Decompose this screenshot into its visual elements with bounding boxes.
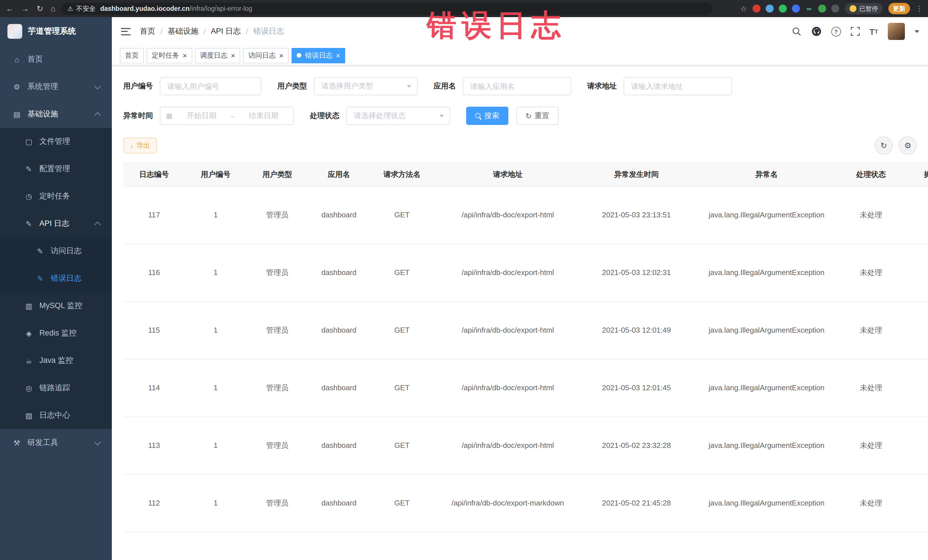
sidebar-item-tracing[interactable]: ◎链路追踪 xyxy=(0,374,112,402)
row-action-detail[interactable]: ⊙详细 xyxy=(903,483,928,496)
update-button[interactable]: 更新 xyxy=(888,3,910,14)
cell-url: /api/infra/db-doc/export-html xyxy=(434,302,582,359)
row-action-ignored[interactable]: ✓已忽略 xyxy=(903,222,928,236)
fullscreen-icon[interactable] xyxy=(850,27,859,36)
tag-item[interactable]: 调度日志× xyxy=(195,48,240,63)
sidebar-item-label: 首页 xyxy=(27,54,43,64)
sidebar-item-scheduled-tasks[interactable]: ◷定时任务 xyxy=(0,183,112,210)
profile-avatar-icon xyxy=(850,5,856,12)
tag-item[interactable]: 错误日志× xyxy=(292,48,345,63)
row-action-ignored[interactable]: ✓已忽略 xyxy=(903,279,928,293)
cell-user-id: 1 xyxy=(185,417,246,475)
user-id-input[interactable] xyxy=(160,77,261,95)
export-button[interactable]: ↓ 导出 xyxy=(123,137,157,154)
table-toolbar: ↓ 导出 ↻ ⚙ xyxy=(123,136,917,155)
address-bar[interactable]: ⚠ 不安全 dashboard.yudao.iocoder.cn/infra/l… xyxy=(61,3,713,15)
date-range-picker[interactable]: ▦ 开始日期 – 结束日期 xyxy=(160,107,294,125)
app-logo[interactable]: 芋道管理系统 xyxy=(0,17,112,46)
search-button[interactable]: 搜索 xyxy=(466,107,508,125)
row-action-detail[interactable]: ⊙详细 xyxy=(903,252,928,266)
home-icon[interactable]: ⌂ xyxy=(50,4,55,13)
row-action-processed[interactable]: ✓已处理 xyxy=(903,323,928,337)
extension-blue-drop[interactable] xyxy=(766,5,774,12)
row-action-processed[interactable]: ✓已处理 xyxy=(903,439,928,452)
cell-user-id: 1 xyxy=(185,302,246,359)
security-chip[interactable]: ⚠ 不安全 xyxy=(67,4,96,13)
column-settings-button[interactable]: ⚙ xyxy=(899,136,917,155)
app-name-input[interactable] xyxy=(463,77,571,95)
app-name-label: 应用名 xyxy=(433,81,456,91)
extension-green-circle[interactable] xyxy=(779,5,787,12)
row-action-detail[interactable]: ⊙详细 xyxy=(903,195,928,208)
font-size-icon[interactable]: TT xyxy=(869,26,878,36)
sidebar-item-label: API 日志 xyxy=(40,218,69,229)
browser-menu-icon[interactable]: ⋮ xyxy=(916,5,923,12)
reload-icon[interactable]: ↻ xyxy=(37,4,43,13)
row-action-detail[interactable]: ⊙详细 xyxy=(903,425,928,439)
breadcrumb-item: 错误日志 xyxy=(253,26,284,37)
extension-dark-paw[interactable] xyxy=(831,5,839,12)
avatar[interactable] xyxy=(888,23,905,40)
sidebar-menu: ⌂首页⚙系统管理▤基础设施▢文件管理✎配置管理◷定时任务✎API 日志✎访问日志… xyxy=(0,46,112,456)
cell-status: 未处理 xyxy=(841,359,901,417)
row-action-processed[interactable]: ✓已处理 xyxy=(903,381,928,395)
sidebar-item-home[interactable]: ⌂首页 xyxy=(0,46,112,73)
back-icon[interactable]: ← xyxy=(6,4,14,13)
forward-icon[interactable]: → xyxy=(21,4,29,13)
row-action-ignored[interactable]: ✓已忽略 xyxy=(903,452,928,466)
sidebar-item-dev-tools[interactable]: ⚒研发工具 xyxy=(0,429,112,456)
close-icon[interactable]: × xyxy=(231,52,235,59)
row-action-detail[interactable]: ⊙详细 xyxy=(903,310,928,323)
help-icon[interactable]: ? xyxy=(831,26,841,36)
search-icon[interactable] xyxy=(792,26,801,36)
breadcrumb-item[interactable]: 首页 xyxy=(140,26,155,37)
row-action-ignored[interactable]: ✓已忽略 xyxy=(903,337,928,351)
refresh-button[interactable]: ↻ xyxy=(875,136,893,155)
github-icon[interactable] xyxy=(811,26,821,37)
start-date-placeholder: 开始日期 xyxy=(178,111,225,121)
row-action-processed[interactable]: ✓已处理 xyxy=(903,208,928,222)
extension-red[interactable] xyxy=(752,5,760,12)
extension-green-leaf[interactable] xyxy=(818,5,826,12)
chevron-down-icon[interactable] xyxy=(914,30,919,33)
sidebar-item-config-management[interactable]: ✎配置管理 xyxy=(0,155,112,183)
sidebar-item-log-center[interactable]: ▧日志中心 xyxy=(0,402,112,429)
sidebar-item-file-management[interactable]: ▢文件管理 xyxy=(0,128,112,155)
sidebar-item-redis-monitor[interactable]: ◈Redis 监控 xyxy=(0,319,112,347)
extension-on-badge[interactable]: on xyxy=(805,5,813,12)
process-status-select[interactable]: 请选择处理状态 xyxy=(346,107,450,125)
sidebar-item-api-logs[interactable]: ✎API 日志 xyxy=(0,210,112,237)
column-header: 用户编号 xyxy=(185,163,246,186)
row-action-processed[interactable]: ✓已处理 xyxy=(903,266,928,279)
cell-method: GET xyxy=(370,475,434,532)
profile-paused-chip[interactable]: 已暂停 xyxy=(845,3,883,14)
row-action-ignored[interactable]: ✓已忽略 xyxy=(903,395,928,409)
sidebar-item-system-management[interactable]: ⚙系统管理 xyxy=(0,73,112,101)
breadcrumb-item[interactable]: API 日志 xyxy=(211,26,241,37)
close-icon[interactable]: × xyxy=(279,52,283,59)
sidebar-item-error-log[interactable]: ✎错误日志 xyxy=(0,265,112,292)
tag-item[interactable]: 定时任务× xyxy=(147,48,192,63)
cell-url: /api/infra/db-doc/export-html xyxy=(434,359,582,417)
hamburger-icon[interactable] xyxy=(121,27,131,35)
row-action-ignored[interactable]: ✓已忽略 xyxy=(903,510,928,524)
extension-blue-grid[interactable] xyxy=(792,5,800,12)
request-url-input[interactable] xyxy=(624,77,732,95)
sidebar-item-infrastructure[interactable]: ▤基础设施 xyxy=(0,101,112,128)
row-action-detail[interactable]: ⊙详细 xyxy=(903,368,928,381)
sidebar-item-access-log[interactable]: ✎访问日志 xyxy=(0,237,112,265)
close-icon[interactable]: × xyxy=(183,52,187,59)
table-body: 1171管理员dashboardGET/api/infra/db-doc/exp… xyxy=(123,186,928,532)
row-action-processed[interactable]: ✓已处理 xyxy=(903,496,928,510)
cell-user-id: 1 xyxy=(185,186,246,244)
breadcrumb-item[interactable]: 基础设施 xyxy=(168,26,198,37)
sidebar-item-mysql-monitor[interactable]: ▥MySQL 监控 xyxy=(0,292,112,319)
reset-button[interactable]: ↻ 重置 xyxy=(516,107,559,125)
chevron-down-icon xyxy=(439,115,444,117)
bookmark-star-icon[interactable]: ☆ xyxy=(740,4,747,13)
close-icon[interactable]: × xyxy=(336,52,340,59)
sidebar-item-java-monitor[interactable]: ☕Java 监控 xyxy=(0,347,112,374)
user-type-select[interactable]: 请选择用户类型 xyxy=(314,77,418,95)
tag-item[interactable]: 访问日志× xyxy=(243,48,288,63)
tag-item[interactable]: 首页 xyxy=(120,48,144,63)
